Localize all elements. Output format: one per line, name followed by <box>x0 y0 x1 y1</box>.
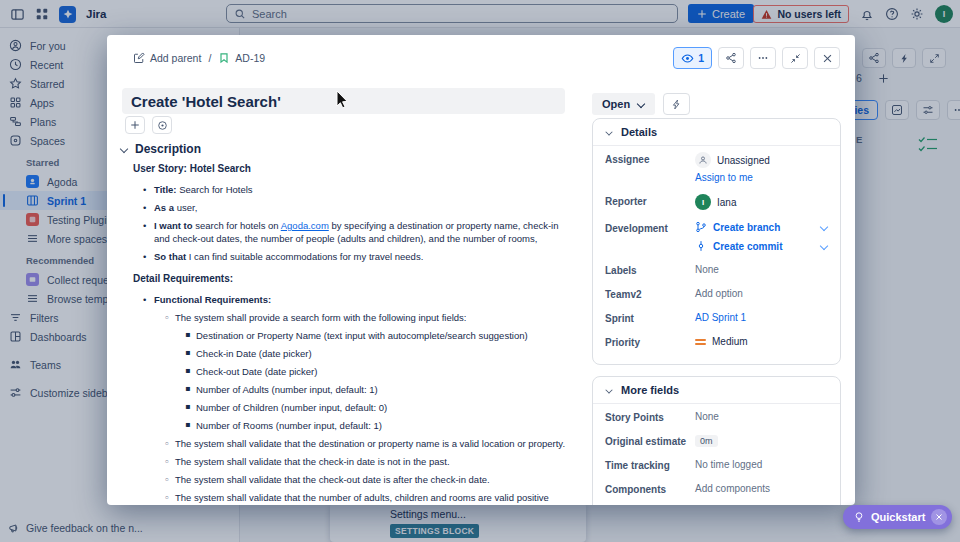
description-section-header[interactable]: Description <box>120 142 201 156</box>
breadcrumb: Add parent / AD-19 <box>133 52 265 64</box>
description-heading: Description <box>135 142 201 156</box>
story-bookmark-icon <box>218 52 230 64</box>
unassigned-avatar-icon <box>695 152 711 168</box>
form-field-item: Number of Adults (number input, default:… <box>185 383 573 396</box>
field-priority: Priority Medium <box>593 329 840 353</box>
field-reporter: Reporter I Iana <box>593 188 840 215</box>
watchers-count: 1 <box>698 52 704 64</box>
issue-key-link[interactable]: AD-19 <box>218 52 265 64</box>
assignee-value[interactable]: Unassigned <box>695 152 770 168</box>
edit-icon <box>133 52 145 64</box>
field-labels: Labels None <box>593 257 840 281</box>
priority-value[interactable]: Medium <box>695 336 828 347</box>
more-fields-header[interactable]: More fields <box>593 377 840 404</box>
requirement-item: The system shall validate that the check… <box>164 455 573 468</box>
form-field-item: Number of Rooms (number input, default: … <box>185 419 573 432</box>
form-field-item: Destination or Property Name (text input… <box>185 329 573 342</box>
modal-actions: 1 <box>673 47 840 69</box>
detail-requirements-heading: Detail Requirements: <box>133 272 573 285</box>
issue-modal: Add parent / AD-19 1 Create 'Hotel Searc… <box>107 35 855 505</box>
automation-bolt-button[interactable] <box>663 93 690 115</box>
collapse-button[interactable] <box>782 47 808 69</box>
chevron-down-icon <box>606 387 613 394</box>
form-field-item: Check-in Date (date picker) <box>185 347 573 360</box>
story-bullet: So that I can find suitable accommodatio… <box>143 250 573 263</box>
watch-button[interactable]: 1 <box>673 47 712 69</box>
form-field-item: Number of Children (number input, defaul… <box>185 401 573 414</box>
create-branch-link: Create branch <box>713 222 780 233</box>
story-bullet: Title: Search for Hotels <box>143 183 573 196</box>
chevron-down-icon[interactable] <box>820 242 828 250</box>
requirement-item: The system shall validate that the check… <box>164 473 573 486</box>
requirement-item: The system shall provide a search form w… <box>164 311 573 432</box>
details-heading: Details <box>621 126 657 138</box>
requirement-item: The system shall validate that the desti… <box>164 437 573 450</box>
add-content-button[interactable] <box>125 116 145 134</box>
apps-target-button[interactable] <box>152 116 172 134</box>
form-field-item: Check-out Date (date picker) <box>185 365 573 378</box>
field-assignee: Assignee Unassigned Assign to me <box>593 146 840 188</box>
chevron-down-icon <box>120 145 128 153</box>
field-sprint: Sprint AD Sprint 1 <box>593 305 840 329</box>
sprint-link[interactable]: AD Sprint 1 <box>695 312 746 323</box>
components-value[interactable]: Add components <box>695 483 828 494</box>
field-original-estimate: Original estimate 0m <box>593 428 840 452</box>
labels-value[interactable]: None <box>695 264 828 275</box>
requirement-item: The system shall validate that the numbe… <box>164 491 573 505</box>
story-points-value[interactable]: None <box>695 411 828 422</box>
agoda-link[interactable]: Agoda.com <box>281 220 329 231</box>
add-parent-button[interactable]: Add parent <box>133 52 201 64</box>
create-commit-link: Create commit <box>713 241 782 252</box>
reporter-avatar: I <box>695 194 711 210</box>
lightbulb-icon <box>853 511 865 523</box>
field-time-tracking: Time tracking No time logged <box>593 452 840 476</box>
teamv2-value[interactable]: Add option <box>695 288 828 299</box>
field-development: Development Create branch Create commit <box>593 215 840 257</box>
chevron-down-icon <box>637 100 645 108</box>
issue-key-label: AD-19 <box>235 52 265 64</box>
close-icon[interactable] <box>814 47 840 69</box>
status-label: Open <box>602 98 630 110</box>
functional-requirements-item: Functional Requirements: The system shal… <box>143 293 573 505</box>
add-parent-label: Add parent <box>150 52 201 64</box>
share-button[interactable] <box>718 47 744 69</box>
priority-medium-icon <box>695 339 706 345</box>
details-panel: Details Assignee Unassigned Assign to me… <box>592 118 841 365</box>
create-branch-row[interactable]: Create branch <box>695 221 828 233</box>
breadcrumb-separator: / <box>208 52 211 64</box>
quickstart-button[interactable]: Quickstart <box>843 505 952 529</box>
time-tracking-value[interactable]: No time logged <box>695 459 828 470</box>
field-components: Components Add components <box>593 476 840 500</box>
user-story-heading: User Story: Hotel Search <box>133 162 573 175</box>
story-bullet: I want to search for hotels on Agoda.com… <box>143 219 573 245</box>
more-actions-button[interactable] <box>750 47 776 69</box>
chevron-down-icon[interactable] <box>820 223 828 231</box>
assign-to-me-link[interactable]: Assign to me <box>695 172 753 183</box>
original-estimate-value[interactable]: 0m <box>695 435 828 447</box>
create-commit-row[interactable]: Create commit <box>695 240 828 252</box>
more-fields-heading: More fields <box>621 384 679 396</box>
field-teamv2: Teamv2 Add option <box>593 281 840 305</box>
issue-title-field[interactable]: Create 'Hotel Search' <box>122 88 565 114</box>
quickstart-label: Quickstart <box>871 511 925 523</box>
description-body[interactable]: User Story: Hotel Search Title: Search f… <box>133 162 573 505</box>
eye-icon <box>681 52 694 65</box>
more-fields-panel: More fields Story Points None Original e… <box>592 376 841 505</box>
quickstart-close-icon[interactable] <box>931 509 947 525</box>
commit-icon <box>695 240 707 252</box>
status-dropdown[interactable]: Open <box>592 93 655 115</box>
branch-icon <box>695 221 707 233</box>
issue-title: Create 'Hotel Search' <box>131 93 281 110</box>
field-story-points: Story Points None <box>593 404 840 428</box>
reporter-value[interactable]: I Iana <box>695 194 828 210</box>
details-panel-header[interactable]: Details <box>593 119 840 146</box>
chevron-down-icon <box>606 129 613 136</box>
story-bullet: As a user, <box>143 201 573 214</box>
